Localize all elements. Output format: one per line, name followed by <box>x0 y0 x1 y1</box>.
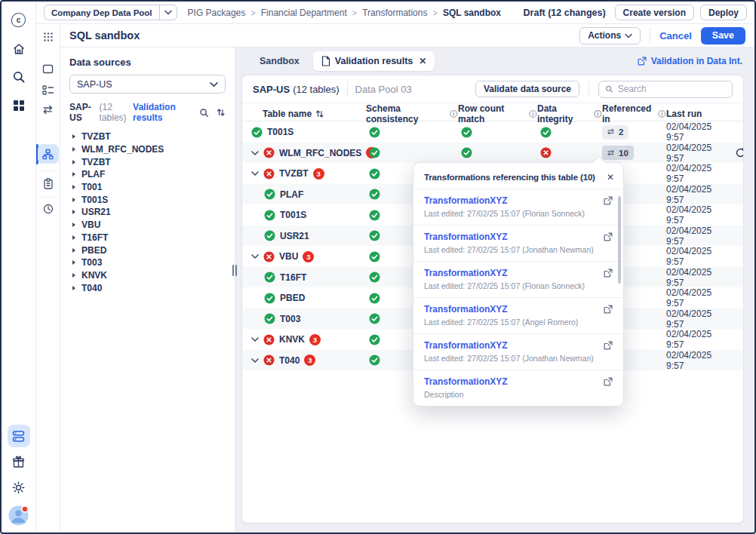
search-icon[interactable] <box>199 108 209 118</box>
external-link-icon[interactable] <box>604 377 613 386</box>
breadcrumb-item[interactable]: Transformations <box>362 8 427 18</box>
frame-icon[interactable] <box>38 59 59 78</box>
grid-dots-icon[interactable] <box>38 27 59 47</box>
sidebar-table-item[interactable]: TVZBT <box>60 130 235 143</box>
transformation-link[interactable]: TransformationXYZ <box>424 268 508 278</box>
expand-triangle-icon[interactable] <box>72 248 75 253</box>
hierarchy-icon[interactable] <box>38 144 59 164</box>
external-link-icon[interactable] <box>604 341 613 350</box>
expand-triangle-icon[interactable] <box>72 147 75 152</box>
deploy-button[interactable]: Deploy <box>700 5 747 20</box>
data-list-icon[interactable] <box>38 80 59 100</box>
chevron-down-icon[interactable] <box>251 358 259 364</box>
expand-triangle-icon[interactable] <box>72 210 75 214</box>
popup-list-item[interactable]: TransformationXYZ Last edited: 27/02/25 … <box>413 189 623 225</box>
sidebar-table-item[interactable]: PBED <box>60 244 235 256</box>
column-header[interactable]: Last run <box>666 109 730 119</box>
chevron-down-icon[interactable] <box>251 150 259 156</box>
close-icon[interactable]: ✕ <box>602 173 614 182</box>
sort-icon[interactable] <box>315 109 324 118</box>
info-icon[interactable] <box>594 109 602 118</box>
expand-triangle-icon[interactable] <box>72 185 75 189</box>
chevron-down-icon[interactable] <box>251 170 259 176</box>
breadcrumb-item[interactable]: Financial Department <box>261 8 347 18</box>
apps-grid-icon[interactable] <box>8 94 30 117</box>
clipboard-icon[interactable] <box>38 173 59 193</box>
table-row[interactable]: T001S 2 02/04/2025 9:57 <box>242 121 743 143</box>
sidebar-table-item[interactable]: WLM_RFC_NODES <box>60 143 235 156</box>
cancel-button[interactable]: Cancel <box>659 30 692 41</box>
expand-triangle-icon[interactable] <box>72 222 75 227</box>
referenced-badge[interactable]: 2 <box>602 125 628 140</box>
search-input[interactable] <box>618 84 726 94</box>
history-clock-icon[interactable] <box>38 199 59 219</box>
expand-triangle-icon[interactable] <box>72 273 75 278</box>
column-header[interactable]: Table name <box>242 109 366 119</box>
transformation-link[interactable]: TransformationXYZ <box>424 195 508 206</box>
settings-gear-icon[interactable] <box>8 476 30 499</box>
popup-list-item[interactable]: TransformationXYZ Description <box>413 370 623 406</box>
column-header[interactable]: Data integrity <box>537 103 602 124</box>
refresh-icon[interactable] <box>736 148 744 158</box>
sidebar-table-item[interactable]: T16FT <box>60 232 235 244</box>
popup-list-item[interactable]: TransformationXYZ Last edited: 27/02/25 … <box>413 297 623 333</box>
sidebar-table-item[interactable]: T001S <box>60 193 235 206</box>
transformation-link[interactable]: TransformationXYZ <box>424 304 508 315</box>
expand-triangle-icon[interactable] <box>72 260 75 265</box>
actions-button[interactable]: Actions <box>579 27 641 44</box>
create-version-button[interactable]: Create version <box>615 5 694 20</box>
expand-triangle-icon[interactable] <box>72 235 75 240</box>
table-search[interactable] <box>598 81 733 98</box>
transformation-link[interactable]: TransformationXYZ <box>424 340 508 351</box>
sidebar-table-item[interactable]: T040 <box>60 281 235 294</box>
tab-validation-results[interactable]: Validation results ✕ <box>313 51 435 71</box>
validation-results-link[interactable]: Validation results <box>133 102 192 123</box>
popup-list-item[interactable]: TransformationXYZ Last edited: 27/02/25 … <box>413 261 623 297</box>
close-tab-icon[interactable]: ✕ <box>419 56 426 66</box>
gift-icon[interactable] <box>8 450 30 473</box>
expand-triangle-icon[interactable] <box>72 160 75 164</box>
data-pool-selector[interactable]: Company Dep Data Pool <box>44 5 177 20</box>
validate-data-source-button[interactable]: Validate data source <box>475 81 579 97</box>
column-header[interactable]: Schema consistency <box>366 103 458 124</box>
info-icon[interactable] <box>529 109 537 118</box>
chevron-down-icon[interactable] <box>251 336 259 342</box>
column-header[interactable]: Referenced in <box>602 103 666 124</box>
sidebar-table-item[interactable]: PLAF <box>60 168 235 181</box>
popup-list-item[interactable]: TransformationXYZ Last edited: 27/02/25 … <box>413 225 623 261</box>
search-icon[interactable] <box>8 66 30 88</box>
home-icon[interactable] <box>8 38 30 60</box>
popup-scrollbar[interactable] <box>618 196 621 284</box>
sidebar-table-item[interactable]: KNVK <box>60 269 235 282</box>
expand-triangle-icon[interactable] <box>72 286 75 290</box>
transformation-link[interactable]: TransformationXYZ <box>424 232 508 242</box>
sidebar-table-item[interactable]: USR21 <box>60 206 235 219</box>
table-row[interactable]: WLM_RFC_NODES 3 10 02/04/2025 9:57 <box>242 143 743 164</box>
breadcrumb-item[interactable]: SQL sandbox <box>443 8 501 18</box>
expand-triangle-icon[interactable] <box>72 198 75 202</box>
info-icon[interactable] <box>658 109 666 118</box>
column-header[interactable]: Row count match <box>458 103 537 124</box>
transform-icon[interactable] <box>38 100 59 120</box>
user-avatar[interactable] <box>8 504 30 526</box>
sidebar-table-item[interactable]: TVZBT <box>60 155 235 168</box>
data-source-select[interactable]: SAP-US <box>69 75 226 94</box>
info-icon[interactable] <box>450 109 458 118</box>
brand-logo-icon[interactable]: c <box>8 8 30 31</box>
expand-triangle-icon[interactable] <box>72 172 75 176</box>
external-link-icon[interactable] <box>604 196 613 205</box>
chevron-down-icon[interactable] <box>251 253 259 259</box>
sidebar-table-item[interactable]: T001 <box>60 181 235 194</box>
expand-triangle-icon[interactable] <box>72 134 75 139</box>
external-link-icon[interactable] <box>604 269 613 278</box>
validation-external-link[interactable]: Validation in Data Int. <box>638 56 742 66</box>
tab-sandbox[interactable]: Sandbox <box>250 56 309 66</box>
breadcrumb-item[interactable]: PIG Packages <box>188 8 246 18</box>
sidebar-resize-handle[interactable] <box>231 262 238 278</box>
datasets-icon[interactable] <box>8 425 30 447</box>
save-button[interactable]: Save <box>701 27 745 44</box>
referenced-badge[interactable]: 10 <box>602 146 634 160</box>
external-link-icon[interactable] <box>604 305 613 314</box>
sidebar-table-item[interactable]: T003 <box>60 256 235 269</box>
external-link-icon[interactable] <box>604 232 613 241</box>
